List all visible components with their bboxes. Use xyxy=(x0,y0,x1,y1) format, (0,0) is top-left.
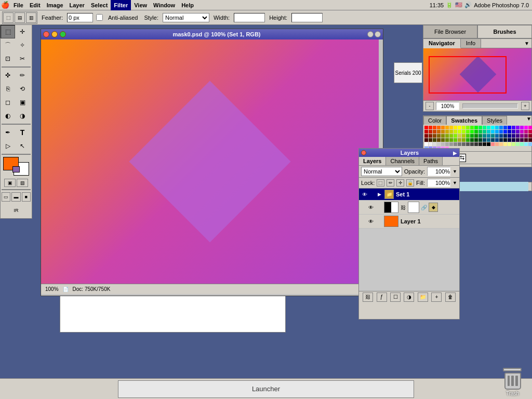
swatch-color-cell[interactable] xyxy=(445,138,449,142)
menu-select[interactable]: Select xyxy=(88,0,111,10)
menu-image[interactable]: Image xyxy=(44,0,66,10)
swatch-color-cell[interactable] xyxy=(437,142,441,146)
file-browser-tab[interactable]: File Browser xyxy=(423,25,477,38)
maximize-btn[interactable] xyxy=(60,31,66,37)
blur-tool[interactable]: ◐ xyxy=(1,109,15,123)
swatch-color-cell[interactable] xyxy=(437,130,441,134)
screen-mode-full-menu[interactable]: ▬ xyxy=(11,192,20,202)
opacity-arrow[interactable]: ▼ xyxy=(453,169,457,174)
swatch-color-cell[interactable] xyxy=(528,142,532,146)
brush-tool[interactable]: ✏ xyxy=(15,69,30,82)
swatch-color-cell[interactable] xyxy=(445,126,449,129)
single-row-btn[interactable]: ▤ xyxy=(15,12,25,23)
zoom-out-btn[interactable]: - xyxy=(425,102,434,110)
swatch-color-cell[interactable] xyxy=(512,126,515,129)
screen-mode-normal[interactable]: ▭ xyxy=(2,192,10,202)
new-group-btn[interactable]: 📁 xyxy=(418,292,428,302)
menu-layer[interactable]: Layer xyxy=(66,0,88,10)
lock-all-btn[interactable]: 🔒 xyxy=(406,179,414,187)
navigator-tab[interactable]: Navigator xyxy=(423,39,461,48)
swatch-color-cell[interactable] xyxy=(478,126,482,129)
fill-input[interactable] xyxy=(427,179,450,187)
fill-arrow[interactable]: ▼ xyxy=(453,180,457,185)
color-selector[interactable] xyxy=(3,157,29,176)
menu-edit[interactable]: Edit xyxy=(26,0,44,10)
swatch-color-cell[interactable] xyxy=(445,134,449,138)
swatch-color-cell[interactable] xyxy=(429,134,432,138)
imageready-btn[interactable]: IR xyxy=(3,204,29,217)
swatch-color-cell[interactable] xyxy=(454,142,457,146)
set1-visibility-eye[interactable]: 👁 xyxy=(361,191,368,198)
swatch-color-cell[interactable] xyxy=(466,126,470,129)
swatch-color-cell[interactable] xyxy=(429,130,432,134)
swatch-color-cell[interactable] xyxy=(470,142,474,146)
swatch-color-cell[interactable] xyxy=(491,126,495,129)
swatch-color-cell[interactable] xyxy=(499,142,503,146)
opacity-input[interactable] xyxy=(427,167,450,176)
layers-tab-channels[interactable]: Channels xyxy=(386,157,419,165)
swatch-color-cell[interactable] xyxy=(508,142,511,146)
swatch-color-cell[interactable] xyxy=(495,138,499,142)
dodge-tool[interactable]: ◑ xyxy=(15,109,30,123)
lock-move-btn[interactable]: ✛ xyxy=(396,179,404,187)
pen-tool[interactable]: ✒ xyxy=(1,126,15,139)
swatch-color-cell[interactable] xyxy=(528,134,532,138)
new-layer-btn[interactable]: + xyxy=(431,292,442,302)
swatch-color-cell[interactable] xyxy=(499,126,503,129)
swatch-color-cell[interactable] xyxy=(524,134,528,138)
minimize-btn[interactable] xyxy=(51,31,58,37)
swatch-color-cell[interactable] xyxy=(429,138,432,142)
swatch-color-cell[interactable] xyxy=(520,126,524,129)
feather-input[interactable] xyxy=(67,13,93,22)
swatch-color-cell[interactable] xyxy=(503,134,507,138)
swatch-color-cell[interactable] xyxy=(470,130,474,134)
lasso-tool[interactable]: ⌒ xyxy=(1,38,15,52)
swatch-color-cell[interactable] xyxy=(424,134,428,138)
swatch-color-cell[interactable] xyxy=(483,142,486,146)
layer1-eye[interactable]: 👁 xyxy=(367,218,375,225)
swatch-color-cell[interactable] xyxy=(483,130,486,134)
zoom-slider[interactable] xyxy=(462,103,518,109)
swatch-color-cell[interactable] xyxy=(466,134,470,138)
swatch-color-cell[interactable] xyxy=(470,134,474,138)
single-col-btn[interactable]: ▥ xyxy=(26,12,36,23)
marquee-btn[interactable]: ⬚ xyxy=(3,12,14,23)
swatch-color-cell[interactable] xyxy=(437,126,441,129)
width-input[interactable] xyxy=(234,13,265,22)
swatch-color-cell[interactable] xyxy=(516,142,520,146)
swatch-color-cell[interactable] xyxy=(474,130,478,134)
swatch-color-cell[interactable] xyxy=(454,130,457,134)
swatch-color-cell[interactable] xyxy=(441,134,445,138)
swatch-color-cell[interactable] xyxy=(495,130,499,134)
swatch-color-cell[interactable] xyxy=(508,138,511,142)
delete-layer-btn[interactable]: 🗑 xyxy=(445,292,456,302)
swatch-color-cell[interactable] xyxy=(512,138,515,142)
swatch-color-cell[interactable] xyxy=(516,138,520,142)
swatch-color-cell[interactable] xyxy=(458,142,461,146)
blend-mode-select[interactable]: Normal Multiply Screen xyxy=(361,167,402,176)
navigator-preview[interactable] xyxy=(423,48,531,100)
swatch-color-cell[interactable] xyxy=(520,130,524,134)
swatch-color-cell[interactable] xyxy=(429,142,432,146)
swatch-color-cell[interactable] xyxy=(466,130,470,134)
canvas-extra-btn1[interactable] xyxy=(367,31,374,37)
height-input[interactable] xyxy=(291,13,323,22)
swatch-color-cell[interactable] xyxy=(424,130,428,134)
type-tool[interactable]: T xyxy=(15,126,30,139)
swatch-color-cell[interactable] xyxy=(433,130,436,134)
swatch-color-cell[interactable] xyxy=(478,134,482,138)
brushes-tab[interactable]: Brushes xyxy=(477,25,532,38)
swatch-color-cell[interactable] xyxy=(487,134,490,138)
slice-tool[interactable]: ✂ xyxy=(15,52,30,65)
menu-filter[interactable]: Filter xyxy=(111,0,131,10)
crop-tool[interactable]: ⊡ xyxy=(1,52,15,65)
swatch-color-cell[interactable] xyxy=(454,138,457,142)
eraser-tool[interactable]: ◻ xyxy=(1,96,15,109)
swatch-color-cell[interactable] xyxy=(424,126,428,129)
swatch-color-cell[interactable] xyxy=(437,138,441,142)
swatch-color-cell[interactable] xyxy=(516,126,520,129)
apple-menu[interactable]: 🍎 xyxy=(0,0,10,10)
swatch-color-cell[interactable] xyxy=(433,126,436,129)
swatch-color-cell[interactable] xyxy=(449,138,453,142)
swatch-color-cell[interactable] xyxy=(491,142,495,146)
